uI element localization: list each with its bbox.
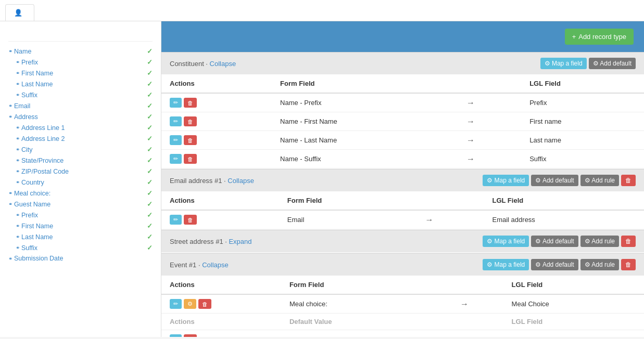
field-link[interactable]: ⚭ ZIP/Postal Code (8, 168, 69, 175)
row-form-field: 50th Anniversary Gala (281, 330, 452, 337)
field-link[interactable]: ⚭ Prefix (8, 59, 38, 66)
link-icon: ⚭ (8, 48, 12, 54)
row-arrow: → (458, 150, 521, 168)
field-list-item: ⚭ Suffix ✓ (8, 89, 153, 100)
edit-btn[interactable]: ✏ (170, 135, 182, 145)
section-action-btn-0[interactable]: ⚙ Map a field (483, 236, 529, 247)
edit-btn[interactable]: ✏ (170, 334, 182, 337)
section-collapse-link[interactable]: Collapse (210, 60, 236, 68)
field-link[interactable]: ⚭ City (8, 146, 33, 153)
constituent-tab[interactable]: 👤 (5, 4, 34, 21)
delete-btn[interactable]: 🗑 (184, 98, 197, 108)
row-form-field: Name - Suffix (272, 150, 458, 168)
section-header: Street address #1 · Expand ⚙ Map a field… (161, 230, 644, 252)
row-lgl-field: Prefix (521, 93, 644, 112)
table-row: Actions Default Value LGL Field (161, 314, 644, 330)
field-link[interactable]: ⚭ Address (8, 113, 38, 121)
section-event: Event #1 · Collapse ⚙ Map a field⚙ Add d… (161, 253, 644, 337)
section-action-btn-2[interactable]: ⚙ Add rule (580, 236, 619, 247)
field-link[interactable]: ⚭ Address Line 2 (8, 135, 65, 142)
field-list-item: ⚭ Prefix ✓ (8, 57, 153, 68)
field-link[interactable]: ⚭ Country (8, 179, 44, 186)
row-lgl-field: Meal Choice (503, 294, 644, 314)
delete-btn[interactable]: 🗑 (184, 135, 197, 145)
mapped-check: ✓ (147, 167, 153, 175)
field-name: Suffix (21, 244, 37, 252)
field-link[interactable]: ⚭ Meal choice: (8, 190, 50, 197)
delete-btn[interactable]: 🗑 (184, 334, 197, 337)
section-action-btn-2[interactable]: ⚙ Add rule (580, 175, 619, 186)
field-list-item: ⚭ Prefix ✓ (8, 210, 153, 220)
mapped-check: ✓ (147, 135, 153, 142)
edit-btn[interactable]: ✏ (170, 154, 182, 164)
row-arrow: → (458, 112, 521, 131)
field-link[interactable]: ⚭ Submission Date (8, 255, 64, 262)
mapped-check: ✓ (147, 91, 153, 99)
row-form-field: Meal choice: (281, 294, 452, 314)
field-link[interactable]: ⚭ Guest Name (8, 201, 50, 208)
section-title: Email address #1 · Collapse (170, 177, 254, 185)
col-arrow-header (458, 74, 521, 93)
section-action-btn-1[interactable]: ⚙ Add default (531, 175, 578, 186)
section-action-btn-0[interactable]: ⚙ Map a field (540, 58, 587, 69)
section-action-btn-0[interactable]: ⚙ Map a field (483, 259, 529, 270)
delete-btn[interactable]: 🗑 (184, 116, 197, 126)
link-icon: ⚭ (16, 158, 20, 163)
field-link[interactable]: ⚭ First Name (8, 223, 53, 230)
edit-btn[interactable]: ✏ (170, 215, 182, 225)
table-row: ✏ 🗑 50th Anniversary Gala → Gen. event n… (161, 330, 644, 337)
section-action-btn-0[interactable]: ⚙ Map a field (483, 175, 529, 186)
edit-btn[interactable]: ✏ (170, 299, 182, 309)
edit-btn[interactable]: ✏ (170, 116, 182, 126)
field-link[interactable]: ⚭ Last Name (8, 233, 53, 241)
section-action-btn-1[interactable]: ⚙ Add default (531, 259, 578, 270)
delete-btn[interactable]: 🗑 (184, 154, 197, 164)
field-link[interactable]: ⚭ Name (8, 48, 31, 55)
field-name: State/Province (21, 157, 64, 164)
table-row: ✏ ⚙ 🗑 Meal choice: → Meal Choice (161, 294, 644, 314)
link-icon: ⚭ (16, 223, 20, 229)
mapped-check: ✓ (147, 124, 153, 132)
row-actions: ✏ ⚙ 🗑 (161, 294, 281, 314)
field-link[interactable]: ⚭ First Name (8, 70, 53, 77)
col-arrow-header (452, 276, 503, 294)
field-link[interactable]: ⚭ Address Line 1 (8, 124, 65, 132)
section-action-btn-1[interactable]: ⚙ Add default (589, 58, 636, 69)
row-form-field: Name - First Name (272, 112, 458, 131)
extra-btn[interactable]: ⚙ (184, 299, 196, 309)
add-record-label: Add record type (578, 33, 626, 41)
field-link[interactable]: ⚭ Suffix (8, 244, 37, 252)
section-delete-btn[interactable]: 🗑 (621, 236, 636, 247)
delete-btn[interactable]: 🗑 (198, 299, 211, 309)
field-link[interactable]: ⚭ Email (8, 102, 30, 110)
default-arrow-cell (452, 314, 503, 330)
section-delete-btn[interactable]: 🗑 (621, 175, 636, 186)
section-action-btn-2[interactable]: ⚙ Add rule (580, 259, 619, 270)
row-actions: ✏ 🗑 (161, 330, 281, 337)
add-record-type-button[interactable]: + Add record type (565, 29, 634, 45)
row-actions: ✏ 🗑 (161, 93, 272, 112)
link-icon: ⚭ (16, 92, 20, 98)
link-icon: ⚭ (8, 201, 12, 207)
mapped-check: ✓ (147, 211, 153, 219)
row-form-field: Name - Last Name (272, 131, 458, 150)
field-link[interactable]: ⚭ Suffix (8, 92, 37, 99)
section-collapse-link[interactable]: Collapse (228, 177, 254, 185)
mapped-check: ✓ (147, 178, 153, 186)
row-lgl-field: Suffix (521, 150, 644, 168)
table-row: ✏ 🗑 Name - First Name → First name (161, 112, 644, 131)
section-collapse-link[interactable]: Expand (229, 238, 251, 245)
main-content: + Add record type Constituent · Collapse… (161, 21, 644, 337)
field-link[interactable]: ⚭ Last Name (8, 81, 53, 88)
section-header: Constituent · Collapse ⚙ Map a field⚙ Ad… (161, 52, 644, 74)
table-row: ✏ 🗑 Name - Prefix → Prefix (161, 93, 644, 112)
section-action-btn-1[interactable]: ⚙ Add default (531, 236, 578, 247)
edit-btn[interactable]: ✏ (170, 98, 182, 108)
field-link[interactable]: ⚭ Prefix (8, 212, 38, 219)
field-name: Address (14, 113, 38, 121)
delete-btn[interactable]: 🗑 (184, 215, 197, 225)
field-link[interactable]: ⚭ State/Province (8, 157, 64, 164)
table-row: ✏ 🗑 Name - Suffix → Suffix (161, 150, 644, 168)
section-delete-btn[interactable]: 🗑 (621, 259, 636, 270)
section-collapse-link[interactable]: Collapse (202, 261, 229, 269)
